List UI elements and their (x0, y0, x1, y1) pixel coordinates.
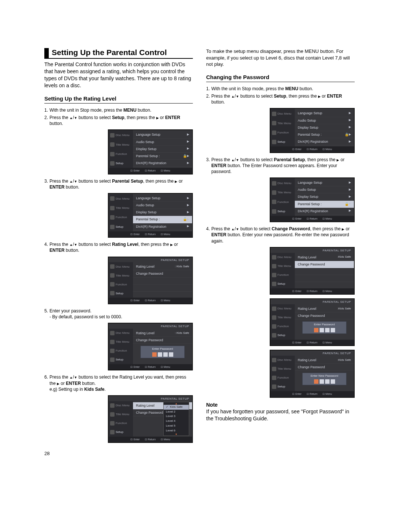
step-4: 4. Press the / buttons to select Rating … (44, 241, 193, 253)
osd-setup-menu-2: Disc Menu Title Menu Function Setup Lang… (108, 193, 193, 238)
step-2: 2. Press the / buttons to select Setup, … (44, 115, 193, 126)
page-number: 28 (44, 450, 193, 457)
title-icon (110, 142, 115, 147)
disc-icon (110, 133, 115, 138)
sub-heading-password: Changing the Password (206, 74, 355, 82)
r-step-2: 2. Press the / buttons to select Setup, … (206, 93, 355, 105)
right-column: To make the setup menu disappear, press … (206, 48, 355, 457)
step-6: 6. Press the / buttons to select the Rat… (44, 374, 193, 392)
up-icon (69, 115, 73, 120)
r-step-4: 4. Press the / button to select Change P… (206, 226, 355, 244)
step-5: 5. Enter your password. - By default, pa… (44, 308, 193, 320)
section-title: Setting Up the Parental Control (44, 48, 193, 59)
down-icon (74, 115, 77, 120)
function-icon (110, 152, 115, 156)
osd-r-enter-new-password: PARENTAL SETUP Disc Menu Title Menu Func… (270, 350, 355, 397)
lock-icon: 🔒 (183, 154, 187, 158)
note-body: If you have forgotten your password, see… (206, 408, 355, 422)
osd-rating-dropdown: PARENTAL SETUP Disc Menu Title Menu Func… (108, 395, 193, 443)
rating-dropdown: ▲ ✓Kids Safe Level 2 Level 3 Level 4 Lev… (163, 402, 189, 436)
osd-r-setup-1: Disc Menu Title Menu Function Setup Lang… (270, 108, 355, 153)
osd-enter-password: PARENTAL SETUP Disc Menu Title Menu Func… (108, 323, 193, 370)
left-column: Setting Up the Parental Control The Pare… (44, 48, 193, 457)
r-step-1: 1. With the unit in Stop mode, press the… (206, 86, 355, 92)
step-1: 1. With the unit in Stop mode, press the… (44, 107, 193, 113)
note-heading: Note (206, 401, 355, 409)
sub-heading-rating: Setting Up the Rating Level (44, 95, 193, 104)
step-3: 3. Press the / buttons to select Parenta… (44, 178, 193, 190)
osd-r-enter-password: PARENTAL SETUP Disc Menu Title Menu Func… (270, 298, 355, 346)
lock-icon: 🔓 (183, 217, 187, 221)
osd-r-parental-1: PARENTAL SETUP Disc Menu Title Menu Func… (270, 247, 355, 295)
top-right-paragraph: To make the setup menu disappear, press … (206, 48, 355, 68)
intro-paragraph: The Parental Control function works in c… (44, 61, 193, 89)
right-icon (156, 115, 159, 120)
osd-setup-menu-1: Disc Menu Title Menu Function Setup Lang… (108, 129, 193, 174)
osd-parental-1: PARENTAL SETUP Disc Menu Title Menu Func… (108, 257, 193, 304)
r-step-3: 3. Press the / buttons to select Parenta… (206, 157, 355, 175)
setup-icon (110, 161, 115, 166)
osd-r-setup-2: Disc Menu Title Menu Function Setup Lang… (270, 177, 355, 222)
